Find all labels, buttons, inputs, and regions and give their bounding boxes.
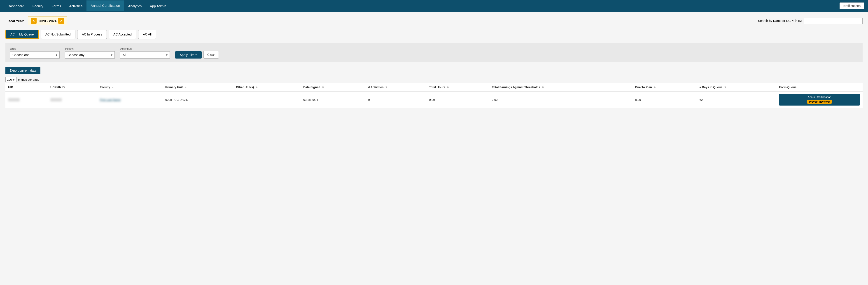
data-table-wrapper: UID UCPath ID Faculty ▲ Primary Unit ⇅ O: [5, 83, 863, 108]
clear-filters-button[interactable]: Clear: [204, 51, 219, 59]
form-queue-badge-container[interactable]: Annual Certification Provost Reviewer: [779, 94, 860, 106]
data-table: UID UCPath ID Faculty ▲ Primary Unit ⇅ O: [5, 83, 863, 108]
col-form-queue: Form/Queue: [776, 83, 863, 91]
col-primary-unit[interactable]: Primary Unit ⇅: [162, 83, 233, 91]
policy-label: Policy:: [65, 47, 115, 50]
table-header-row: UID UCPath ID Faculty ▲ Primary Unit ⇅ O: [5, 83, 863, 91]
cell-ucpath-id: 9999999: [48, 91, 97, 108]
col-total-hours[interactable]: Total Hours ⇅: [426, 83, 489, 91]
unit-filter-group: Unit: Choose one: [10, 47, 60, 59]
policy-select[interactable]: Choose any: [65, 51, 115, 59]
activities-select[interactable]: All: [120, 51, 170, 59]
col-due-to-plan[interactable]: Due To Plan ⇅: [632, 83, 697, 91]
fiscal-next-button[interactable]: >: [58, 18, 64, 24]
col-uid[interactable]: UID: [5, 83, 48, 91]
search-input[interactable]: [804, 18, 863, 24]
nav-item-app-admin[interactable]: App Admin: [146, 1, 170, 11]
cell-total-hours: 0.00: [426, 91, 489, 108]
tab-ac-accepted[interactable]: AC Accepted: [108, 30, 136, 39]
unit-select-wrapper: Choose one: [10, 51, 60, 59]
nav-item-dashboard[interactable]: Dashboard: [4, 1, 28, 11]
sort-icon-total-earnings: ⇅: [542, 86, 544, 89]
col-days-in-queue[interactable]: # Days in Queue ⇅: [697, 83, 777, 91]
cell-uid: 9999999: [5, 91, 48, 108]
sort-icon-total-hours: ⇅: [447, 86, 449, 89]
unit-label: Unit:: [10, 47, 60, 50]
tab-ac-all[interactable]: AC All: [138, 30, 156, 39]
form-queue-title: Annual Certification: [781, 95, 858, 99]
fiscal-year-controls: < 2023 - 2024 >: [28, 16, 67, 25]
filter-actions: Apply Filters Clear: [175, 51, 219, 59]
fiscal-prev-button[interactable]: <: [31, 18, 37, 24]
notifications-button[interactable]: Notifications: [840, 2, 864, 9]
nav-item-activities[interactable]: Activities: [65, 1, 87, 11]
entries-per-page-select[interactable]: 100: [5, 77, 17, 82]
nav-item-faculty[interactable]: Faculty: [28, 1, 47, 11]
sort-icon-date-signed: ⇅: [322, 86, 324, 89]
search-label: Search by Name or UCPath ID:: [758, 19, 802, 23]
main-nav: Dashboard Faculty Forms Activities Annua…: [0, 0, 868, 12]
export-button[interactable]: Export current data: [5, 67, 40, 74]
table-row: 9999999 9999999 First Last Name 0000 - U…: [5, 91, 863, 108]
col-ucpath-id[interactable]: UCPath ID: [48, 83, 97, 91]
cell-due-to-plan: 0.00: [632, 91, 697, 108]
col-faculty[interactable]: Faculty ▲: [97, 83, 162, 91]
cell-other-units: [233, 91, 301, 108]
entries-select-wrapper: 100: [5, 77, 17, 82]
sort-icon-primary-unit: ⇅: [185, 86, 186, 89]
sort-icon-due-to-plan: ⇅: [654, 86, 655, 89]
col-date-signed[interactable]: Date Signed ⇅: [301, 83, 365, 91]
export-row: Export current data: [5, 67, 863, 74]
activities-select-wrapper: All: [120, 51, 170, 59]
filter-tabs: AC In My Queue AC Not Submitted AC In Pr…: [5, 30, 863, 39]
cell-days-in-queue: 62: [697, 91, 777, 108]
search-row: Search by Name or UCPath ID:: [758, 18, 863, 24]
cell-date-signed: 09/18/2024: [301, 91, 365, 108]
tab-ac-not-submitted[interactable]: AC Not Submitted: [41, 30, 75, 39]
cell-faculty[interactable]: First Last Name: [97, 91, 162, 108]
fiscal-search-row: Fiscal Year: < 2023 - 2024 > Search by N…: [5, 16, 863, 25]
policy-filter-group: Policy: Choose any: [65, 47, 115, 59]
nav-item-analytics[interactable]: Analytics: [124, 1, 146, 11]
nav-item-annual-certification[interactable]: Annual Certification: [87, 0, 124, 11]
sort-icon-num-activities: ⇅: [385, 86, 387, 89]
filters-panel: Unit: Choose one Policy: Choose any Acti…: [5, 44, 863, 62]
fiscal-year-value: 2023 - 2024: [38, 19, 57, 23]
cell-num-activities: 0: [366, 91, 427, 108]
col-total-earnings[interactable]: Total Earnings Against Thresholds ⇅: [489, 83, 632, 91]
policy-select-wrapper: Choose any: [65, 51, 115, 59]
fiscal-year-label: Fiscal Year:: [5, 19, 24, 23]
tab-ac-in-my-queue[interactable]: AC In My Queue: [5, 30, 39, 39]
entries-row: 100 entries per page: [5, 77, 863, 82]
main-content: Fiscal Year: < 2023 - 2024 > Search by N…: [0, 12, 868, 113]
sort-icon-other-units: ⇅: [256, 86, 257, 89]
sort-icon-faculty: ▲: [112, 86, 114, 89]
unit-select[interactable]: Choose one: [10, 51, 60, 59]
entries-label: entries per page: [18, 78, 39, 81]
cell-total-earnings: 0.00: [489, 91, 632, 108]
cell-primary-unit: 0000 - UC DAVIS: [162, 91, 233, 108]
apply-filters-button[interactable]: Apply Filters: [175, 51, 202, 59]
col-num-activities[interactable]: # Activities ⇅: [366, 83, 427, 91]
nav-item-forms[interactable]: Forms: [48, 1, 65, 11]
activities-label: Activities:: [120, 47, 170, 50]
provost-reviewer-badge: Provost Reviewer: [807, 100, 832, 104]
cell-form-queue[interactable]: Annual Certification Provost Reviewer: [776, 91, 863, 108]
tab-ac-in-process[interactable]: AC In Process: [77, 30, 107, 39]
activities-filter-group: Activities: All: [120, 47, 170, 59]
col-other-units[interactable]: Other Unit(s) ⇅: [233, 83, 301, 91]
sort-icon-days-in-queue: ⇅: [724, 86, 726, 89]
